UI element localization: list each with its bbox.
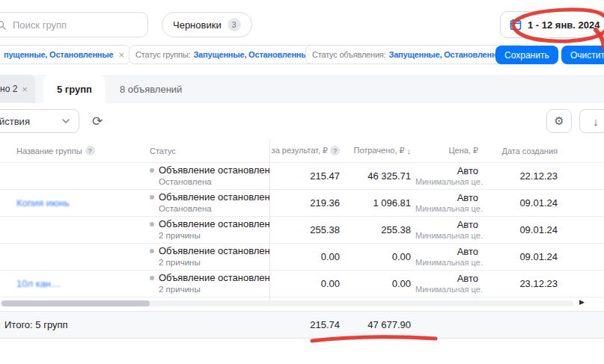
filter-chip-status[interactable]: пущенные, Остановленные ×	[0, 45, 131, 64]
cpr-value: 215.47	[269, 170, 344, 182]
status-dot-icon	[150, 195, 154, 200]
group-name-link[interactable]: 10л кан…	[16, 278, 61, 289]
close-icon[interactable]: ×	[118, 49, 123, 61]
help-icon[interactable]: ?	[330, 146, 340, 155]
group-name-link[interactable]: Копия июнь	[16, 197, 70, 209]
tab-label: но 2	[0, 84, 17, 94]
spent-value: 0.00	[344, 278, 415, 289]
search-icon	[0, 20, 6, 30]
header-name[interactable]: Название группы	[16, 146, 82, 155]
download-icon: ↓	[593, 115, 599, 128]
spent-value: 0.00	[344, 251, 415, 262]
price-subtext: Минимальная це…	[415, 177, 478, 188]
clear-filters-button[interactable]: Очистить	[561, 46, 604, 64]
close-icon[interactable]: ×	[22, 84, 28, 95]
filter-chip-group-status[interactable]: Статус группы: Запущенные, Остановленные…	[129, 45, 330, 64]
chip-label: Статус группы:	[135, 50, 190, 59]
sort-desc-icon[interactable]: ↓	[407, 146, 412, 155]
actions-dropdown[interactable]: йствия	[0, 109, 79, 133]
table-row[interactable]: Объявление остановлено 2 причины 0.00 0.…	[0, 244, 604, 271]
totals-row: Итого: 5 групп 215.74 47 677.90	[0, 311, 604, 339]
tab-groups[interactable]: 5 групп	[43, 75, 106, 103]
status-dot-icon	[150, 168, 154, 173]
status-subtext: 2 причины	[159, 284, 269, 294]
table-body: Объявление остановлено Остановлена 215.4…	[0, 163, 604, 297]
totals-label: Итого: 5 групп	[0, 319, 269, 330]
cpr-value: 0.00	[269, 251, 344, 262]
date-range-value: 1 - 12 янв. 2024	[528, 19, 600, 31]
price-subtext: Минимальная це…	[415, 285, 478, 295]
chip-label: Статус объявления:	[312, 50, 385, 59]
refresh-button[interactable]: ⟳	[85, 109, 109, 133]
chip-value: Запущенные, Остановленные	[388, 50, 507, 59]
filter-chip-ad-status[interactable]: Статус объявления: Запущенные, Остановле…	[305, 45, 525, 64]
status-text: Объявление остановлено	[159, 164, 269, 176]
chevron-down-icon	[62, 119, 70, 123]
header-status[interactable]: Статус	[150, 146, 269, 155]
spent-total: 47 677.90	[344, 319, 415, 330]
status-text: Объявление остановлено	[159, 191, 269, 203]
created-date: 09.01.24	[483, 251, 565, 262]
status-subtext: 2 причины	[159, 230, 269, 241]
frozen-columns-divider	[269, 139, 270, 300]
table-header: Название группы ? Статус на за результат…	[0, 139, 604, 163]
price-mode: Авто	[415, 192, 478, 204]
header-price[interactable]: Цена, ₽	[415, 146, 483, 155]
price-mode: Авто	[415, 219, 478, 231]
calendar-icon	[510, 19, 522, 31]
table-row[interactable]: Объявление остановлено 2 причины 255.38 …	[0, 217, 604, 244]
created-date: 22.12.23	[483, 170, 565, 182]
spent-value: 1 096.81	[344, 197, 415, 209]
scroll-right-arrow-icon[interactable]: ▶	[579, 298, 585, 306]
status-text: Объявление остановлено	[159, 245, 269, 257]
gear-icon: ⚙	[554, 114, 564, 128]
status-subtext: Остановлена	[159, 176, 269, 187]
price-mode: Авто	[415, 273, 478, 285]
tab-band: но 2 × 5 групп 8 объявлений	[0, 75, 604, 103]
cpr-total: 215.74	[269, 319, 344, 330]
date-range-picker[interactable]: 1 - 12 янв. 2024	[500, 11, 604, 38]
header-spent[interactable]: Потрачено, ₽	[354, 146, 405, 155]
status-dot-icon	[150, 222, 154, 226]
cpr-value: 255.38	[269, 224, 344, 235]
table-row[interactable]: Объявление остановлено Остановлена 215.4…	[0, 163, 604, 190]
spent-value: 255.38	[344, 224, 415, 235]
created-date: 23.12.23	[483, 278, 565, 289]
tab-label: 8 объявлений	[120, 84, 182, 95]
tab-label: 5 групп	[57, 84, 92, 95]
search-input[interactable]	[11, 19, 140, 31]
actions-label: йствия	[0, 116, 30, 127]
settings-button[interactable]: ⚙	[546, 109, 572, 133]
cpr-value: 0.00	[269, 278, 344, 289]
status-text: Объявление остановлено	[159, 218, 269, 230]
search-input-wrap[interactable]	[0, 12, 148, 37]
table-row[interactable]: Копия июнь Объявление остановлено Остано…	[0, 190, 604, 217]
save-filters-button[interactable]: Сохранить	[495, 46, 558, 64]
header-created[interactable]: Дата создания	[483, 146, 565, 155]
header-cost-per-result[interactable]: на за результат, ₽	[269, 146, 328, 155]
help-icon[interactable]: ?	[85, 146, 95, 155]
ads-manager-screen: Черновики 3 1 - 12 янв. 2024 пущенные, О…	[0, 0, 604, 364]
status-subtext: 2 причины	[159, 257, 269, 268]
price-mode: Авто	[415, 246, 478, 258]
chip-value: пущенные, Остановленные	[4, 50, 113, 59]
export-button[interactable]: ↓	[579, 109, 604, 133]
created-date: 09.01.24	[483, 197, 565, 209]
price-subtext: Минимальная це…	[415, 258, 478, 268]
cpr-value: 219.36	[269, 197, 344, 209]
tab-ads[interactable]: 8 объявлений	[112, 75, 189, 103]
table-row[interactable]: 10л кан… Объявление остановлено 2 причин…	[0, 271, 604, 297]
price-subtext: Минимальная це…	[415, 231, 478, 241]
price-subtext: Минимальная це…	[415, 204, 478, 215]
status-text: Объявление остановлено	[159, 272, 269, 284]
status-dot-icon	[150, 249, 154, 253]
price-mode: Авто	[415, 165, 478, 177]
tab-selected-items[interactable]: но 2 ×	[0, 75, 35, 103]
chip-value: Запущенные, Остановленные	[193, 50, 312, 59]
spent-value: 46 325.71	[344, 170, 415, 182]
status-subtext: Остановлена	[159, 203, 269, 214]
horizontal-scrollbar-thumb[interactable]	[1, 300, 150, 306]
status-dot-icon	[150, 276, 154, 280]
created-date: 09.01.24	[483, 224, 565, 235]
drafts-button[interactable]: Черновики 3	[162, 12, 252, 37]
